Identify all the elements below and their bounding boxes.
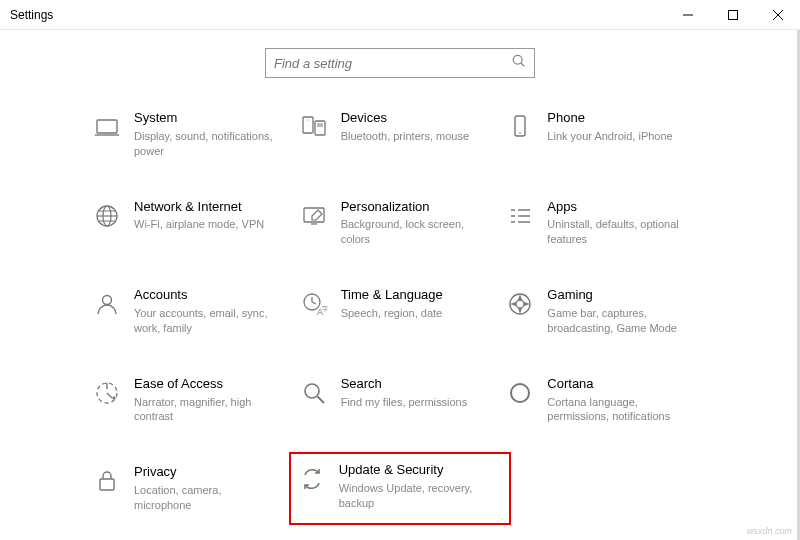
- category-desc: Your accounts, email, sync, work, family: [134, 306, 274, 336]
- privacy-icon: [92, 466, 122, 496]
- titlebar: Settings: [0, 0, 800, 30]
- phone-icon: [505, 112, 535, 142]
- personalization-icon: [299, 201, 329, 231]
- category-desc: Display, sound, notifications, power: [134, 129, 274, 159]
- category-desc: Windows Update, recovery, backup: [339, 481, 479, 511]
- update-icon: [297, 464, 327, 494]
- category-desc: Find my files, permissions: [341, 395, 468, 410]
- ease-icon: [92, 378, 122, 408]
- category-system[interactable]: SystemDisplay, sound, notifications, pow…: [90, 108, 297, 161]
- category-desc: Wi-Fi, airplane mode, VPN: [134, 217, 264, 232]
- window-title: Settings: [0, 8, 53, 22]
- category-accounts[interactable]: AccountsYour accounts, email, sync, work…: [90, 285, 297, 338]
- svg-point-4: [513, 55, 522, 64]
- category-title: Gaming: [547, 287, 687, 304]
- category-title: Network & Internet: [134, 199, 264, 216]
- category-title: Cortana: [547, 376, 687, 393]
- maximize-button[interactable]: [710, 0, 755, 29]
- search-input[interactable]: [274, 56, 512, 71]
- category-title: System: [134, 110, 274, 127]
- category-title: Update & Security: [339, 462, 479, 479]
- category-devices[interactable]: DevicesBluetooth, printers, mouse: [297, 108, 504, 161]
- category-title: Search: [341, 376, 468, 393]
- category-title: Privacy: [134, 464, 274, 481]
- category-title: Devices: [341, 110, 469, 127]
- category-desc: Bluetooth, printers, mouse: [341, 129, 469, 144]
- category-desc: Narrator, magnifier, high contrast: [134, 395, 274, 425]
- system-icon: [92, 112, 122, 142]
- search-icon: [512, 54, 526, 72]
- category-desc: Cortana language, permissions, notificat…: [547, 395, 687, 425]
- source-watermark: wsxdn.com: [747, 526, 792, 536]
- category-title: Apps: [547, 199, 687, 216]
- category-desc: Game bar, captures, broadcasting, Game M…: [547, 306, 687, 336]
- gaming-icon: [505, 289, 535, 319]
- category-gaming[interactable]: GamingGame bar, captures, broadcasting, …: [503, 285, 710, 338]
- category-title: Accounts: [134, 287, 274, 304]
- category-searchcat[interactable]: SearchFind my files, permissions: [297, 374, 504, 427]
- apps-icon: [505, 201, 535, 231]
- search-row: [0, 30, 800, 108]
- category-title: Phone: [547, 110, 672, 127]
- category-title: Time & Language: [341, 287, 443, 304]
- category-desc: Link your Android, iPhone: [547, 129, 672, 144]
- category-ease[interactable]: Ease of AccessNarrator, magnifier, high …: [90, 374, 297, 427]
- category-network[interactable]: Network & InternetWi-Fi, airplane mode, …: [90, 197, 297, 250]
- category-cortana[interactable]: CortanaCortana language, permissions, no…: [503, 374, 710, 427]
- category-privacy[interactable]: PrivacyLocation, camera, microphone: [90, 462, 297, 515]
- svg-line-5: [521, 63, 524, 66]
- category-desc: Speech, region, date: [341, 306, 443, 321]
- searchcat-icon: [299, 378, 329, 408]
- svg-rect-1: [728, 10, 737, 19]
- category-grid: SystemDisplay, sound, notifications, pow…: [0, 108, 800, 515]
- search-box[interactable]: [265, 48, 535, 78]
- category-phone[interactable]: PhoneLink your Android, iPhone: [503, 108, 710, 161]
- category-personalization[interactable]: PersonalizationBackground, lock screen, …: [297, 197, 504, 250]
- accounts-icon: [92, 289, 122, 319]
- category-desc: Location, camera, microphone: [134, 483, 274, 513]
- category-desc: Uninstall, defaults, optional features: [547, 217, 687, 247]
- category-title: Ease of Access: [134, 376, 274, 393]
- cortana-icon: [505, 378, 535, 408]
- minimize-button[interactable]: [665, 0, 710, 29]
- devices-icon: [299, 112, 329, 142]
- window-controls: [665, 0, 800, 29]
- time-icon: [299, 289, 329, 319]
- category-update[interactable]: Update & SecurityWindows Update, recover…: [289, 452, 512, 525]
- category-apps[interactable]: AppsUninstall, defaults, optional featur…: [503, 197, 710, 250]
- category-title: Personalization: [341, 199, 481, 216]
- network-icon: [92, 201, 122, 231]
- category-time[interactable]: Time & LanguageSpeech, region, date: [297, 285, 504, 338]
- category-desc: Background, lock screen, colors: [341, 217, 481, 247]
- content-area: SystemDisplay, sound, notifications, pow…: [0, 30, 800, 540]
- close-button[interactable]: [755, 0, 800, 29]
